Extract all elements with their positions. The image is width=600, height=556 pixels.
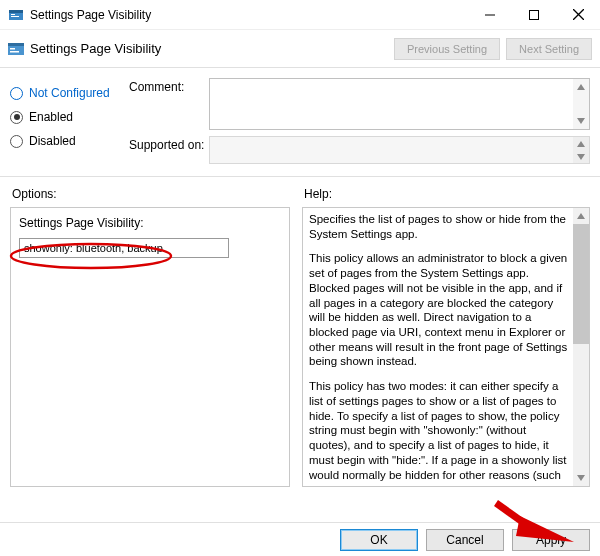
titlebar: Settings Page Visibility xyxy=(0,0,600,30)
radio-enabled[interactable]: Enabled xyxy=(10,110,125,124)
scroll-up-icon[interactable] xyxy=(573,79,589,95)
policy-icon xyxy=(8,41,24,57)
scrollbar[interactable] xyxy=(573,137,589,163)
cancel-button[interactable]: Cancel xyxy=(426,529,504,551)
svg-rect-7 xyxy=(8,43,24,46)
supported-on-box xyxy=(209,136,590,164)
minimize-button[interactable] xyxy=(468,1,512,29)
scroll-down-icon[interactable] xyxy=(573,470,589,486)
scroll-down-icon[interactable] xyxy=(573,113,589,129)
supported-on-label: Supported on: xyxy=(129,136,209,164)
app-icon xyxy=(8,7,24,23)
apply-button[interactable]: Apply xyxy=(512,529,590,551)
details-area: Options: Settings Page Visibility: Help:… xyxy=(0,177,600,487)
radio-label: Disabled xyxy=(29,134,76,148)
svg-rect-2 xyxy=(11,14,15,15)
maximize-button[interactable] xyxy=(512,1,556,29)
options-section-label: Options: xyxy=(12,187,290,201)
ok-button[interactable]: OK xyxy=(340,529,418,551)
svg-rect-4 xyxy=(485,14,495,15)
help-paragraph: This policy allows an administrator to b… xyxy=(309,251,569,369)
next-setting-button[interactable]: Next Setting xyxy=(506,38,592,60)
svg-rect-9 xyxy=(10,51,19,53)
toolbar: Settings Page Visibility Previous Settin… xyxy=(0,30,600,68)
previous-setting-button[interactable]: Previous Setting xyxy=(394,38,500,60)
scroll-down-icon[interactable] xyxy=(573,150,589,163)
policy-title: Settings Page Visibility xyxy=(30,41,388,56)
radio-not-configured[interactable]: Not Configured xyxy=(10,86,125,100)
state-radios: Not Configured Enabled Disabled xyxy=(10,78,125,170)
close-button[interactable] xyxy=(556,1,600,29)
scroll-thumb[interactable] xyxy=(573,224,589,344)
scroll-up-icon[interactable] xyxy=(573,137,589,150)
window-title: Settings Page Visibility xyxy=(30,8,468,22)
help-text: Specifies the list of pages to show or h… xyxy=(309,212,569,482)
svg-rect-3 xyxy=(11,16,19,17)
radio-disabled[interactable]: Disabled xyxy=(10,134,125,148)
svg-rect-5 xyxy=(530,10,539,19)
comment-label: Comment: xyxy=(129,78,209,130)
svg-rect-8 xyxy=(10,48,15,50)
settings-page-visibility-input[interactable] xyxy=(19,238,229,258)
radio-dot-icon xyxy=(10,87,23,100)
option-label: Settings Page Visibility: xyxy=(19,216,281,230)
options-panel: Settings Page Visibility: xyxy=(10,207,290,487)
dialog-footer: OK Cancel Apply xyxy=(0,522,600,556)
config-area: Not Configured Enabled Disabled Comment:… xyxy=(0,68,600,177)
radio-dot-icon xyxy=(10,111,23,124)
help-paragraph: This policy has two modes: it can either… xyxy=(309,379,569,482)
help-panel: Specifies the list of pages to show or h… xyxy=(302,207,590,487)
help-section-label: Help: xyxy=(304,187,590,201)
scrollbar[interactable] xyxy=(573,79,589,129)
radio-dot-icon xyxy=(10,135,23,148)
help-paragraph: Specifies the list of pages to show or h… xyxy=(309,212,569,241)
radio-label: Not Configured xyxy=(29,86,110,100)
comment-input[interactable] xyxy=(209,78,590,130)
svg-rect-1 xyxy=(9,10,23,13)
scrollbar[interactable] xyxy=(573,208,589,486)
radio-label: Enabled xyxy=(29,110,73,124)
scroll-up-icon[interactable] xyxy=(573,208,589,224)
